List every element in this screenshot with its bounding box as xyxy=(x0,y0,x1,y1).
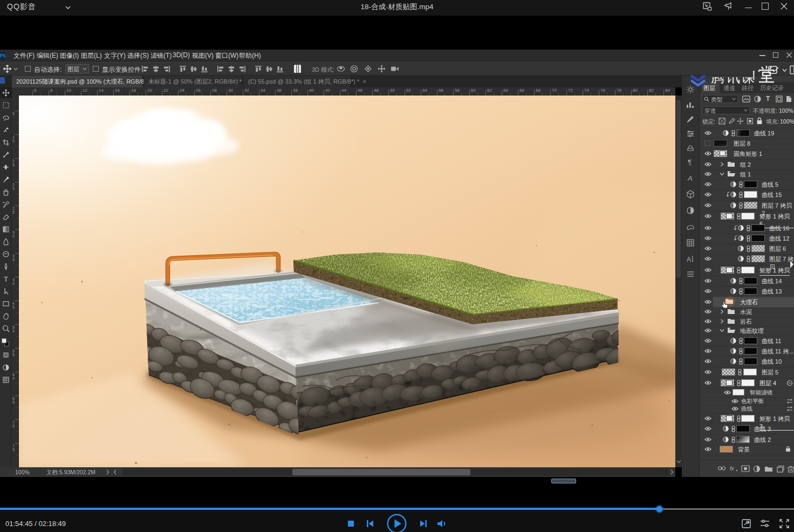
svg-text:¶: ¶ xyxy=(688,158,692,166)
svg-text:A: A xyxy=(687,256,691,263)
svg-text:fx: fx xyxy=(730,466,735,472)
svg-text:T: T xyxy=(4,275,8,283)
svg-text:A: A xyxy=(687,174,693,182)
